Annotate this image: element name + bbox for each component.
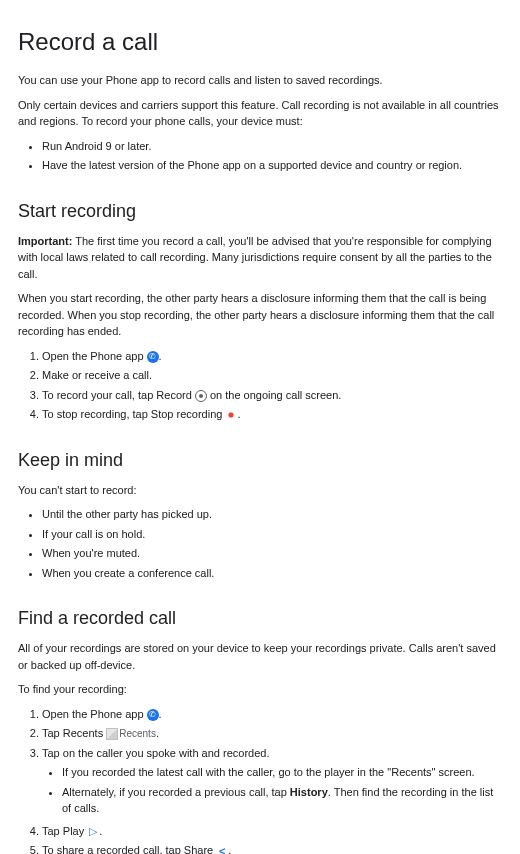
step-text: Tap Recents <box>42 727 106 739</box>
list-item: To record your call, tap Record on the o… <box>42 387 502 404</box>
step-text: Tap on the caller you spoke with and rec… <box>42 747 269 759</box>
period: . <box>159 708 162 720</box>
list-item: Tap Recents Recents. <box>42 725 502 742</box>
phone-icon <box>147 709 159 721</box>
find-steps: Open the Phone app . Tap Recents Recents… <box>18 706 502 855</box>
recents-alt-text: Recents <box>119 729 156 739</box>
list-item: Tap Play ▷. <box>42 823 502 840</box>
keep-list: Until the other party has picked up. If … <box>18 506 502 581</box>
period: . <box>156 727 159 739</box>
phone-icon <box>147 351 159 363</box>
period: . <box>237 408 240 420</box>
important-label: Important: <box>18 235 72 247</box>
record-icon <box>195 390 207 402</box>
step-text: To share a recorded call, tap Share <box>42 844 216 854</box>
requirements-list: Run Android 9 or later. Have the latest … <box>18 138 502 174</box>
play-icon: ▷ <box>87 826 99 838</box>
list-item: When you create a conference call. <box>42 565 502 582</box>
step-text: Alternately, if you recorded a previous … <box>62 786 290 798</box>
important-note: Important: The first time you record a c… <box>18 233 502 283</box>
period: . <box>99 825 102 837</box>
intro-text-1: You can use your Phone app to record cal… <box>18 72 502 89</box>
list-item: Until the other party has picked up. <box>42 506 502 523</box>
step-text: To record your call, tap Record <box>42 389 195 401</box>
list-item: To stop recording, tap Stop recording . <box>42 406 502 423</box>
list-item: Run Android 9 or later. <box>42 138 502 155</box>
nested-list: If you recorded the latest call with the… <box>42 764 502 817</box>
share-icon: < <box>216 845 228 854</box>
section-heading-start: Start recording <box>18 198 502 225</box>
step-text: Open the Phone app <box>42 350 147 362</box>
important-text: The first time you record a call, you'll… <box>18 235 492 280</box>
list-item: Open the Phone app . <box>42 348 502 365</box>
step-text: To stop recording, tap Stop recording <box>42 408 225 420</box>
list-item: If your call is on hold. <box>42 526 502 543</box>
list-item: Tap on the caller you spoke with and rec… <box>42 745 502 817</box>
find-lead: To find your recording: <box>18 681 502 698</box>
period: . <box>228 844 231 854</box>
list-item: Open the Phone app . <box>42 706 502 723</box>
start-steps: Open the Phone app . Make or receive a c… <box>18 348 502 423</box>
list-item: When you're muted. <box>42 545 502 562</box>
list-item: To share a recorded call, tap Share <. <box>42 842 502 854</box>
list-item: If you recorded the latest call with the… <box>62 764 502 781</box>
section-heading-find: Find a recorded call <box>18 605 502 632</box>
list-item: Make or receive a call. <box>42 367 502 384</box>
keep-lead: You can't start to record: <box>18 482 502 499</box>
page-title: Record a call <box>18 24 502 60</box>
step-text: Tap Play <box>42 825 87 837</box>
stop-icon <box>225 409 237 421</box>
intro-text-2: Only certain devices and carriers suppor… <box>18 97 502 130</box>
find-intro: All of your recordings are stored on you… <box>18 640 502 673</box>
step-text: Open the Phone app <box>42 708 147 720</box>
list-item: Have the latest version of the Phone app… <box>42 157 502 174</box>
period: . <box>159 350 162 362</box>
list-item: Alternately, if you recorded a previous … <box>62 784 502 817</box>
recents-icon: Recents <box>106 728 156 740</box>
section-heading-keep: Keep in mind <box>18 447 502 474</box>
step-text: on the ongoing call screen. <box>207 389 342 401</box>
history-label: History <box>290 786 328 798</box>
disclosure-text: When you start recording, the other part… <box>18 290 502 340</box>
